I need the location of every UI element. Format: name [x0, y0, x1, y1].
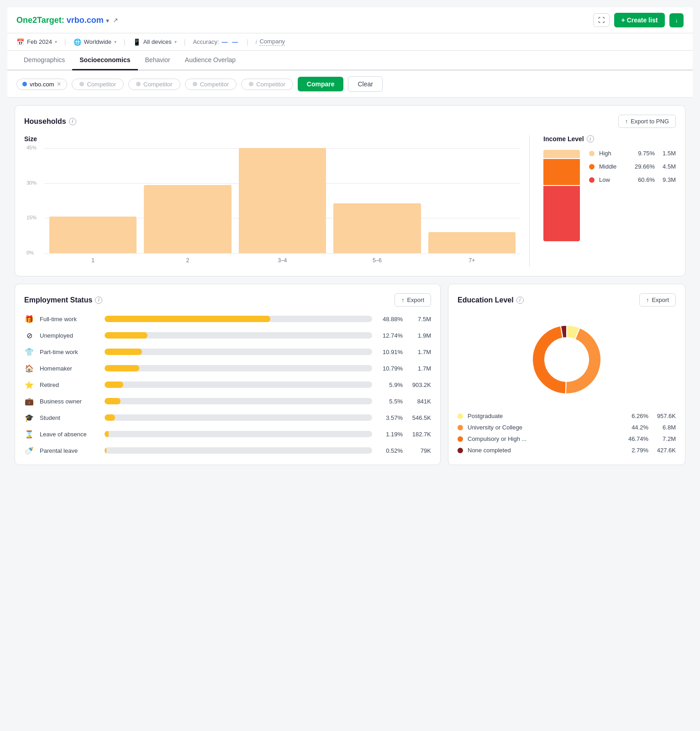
income-label-middle: Middle [599, 163, 630, 170]
emp-bar-fill-homemaker [105, 365, 139, 371]
main-competitor-tag[interactable]: vrbo.com ✕ [16, 79, 67, 90]
date-filter[interactable]: 📅 Feb 2024 ▾ [16, 38, 57, 46]
income-title: Income Level i [543, 135, 676, 143]
clear-button[interactable]: Clear [348, 76, 382, 92]
domain-link[interactable]: vrbo.com [67, 16, 104, 25]
income-legend: High 9.75% 1.5M Middle 29.66% 4.5M Low 6… [589, 150, 676, 183]
competitor-placeholder-4[interactable]: Competitor [241, 79, 293, 90]
date-chevron-icon: ▾ [55, 39, 57, 44]
emp-val-retired: 903.2K [408, 381, 431, 388]
emp-pct-business-owner: 5.5% [378, 398, 403, 405]
donut-svg [521, 314, 612, 405]
emp-val-leave-of-absence: 182.7K [408, 431, 431, 438]
edu-legend-label: None completed [468, 447, 627, 454]
emp-pct-retired: 5.9% [378, 381, 403, 388]
emp-icon-student: 🎓 [24, 413, 34, 423]
grid-line-0: 0% [45, 253, 520, 254]
emp-label-business-owner: Business owner [40, 398, 99, 405]
emp-bar-container-student [105, 414, 372, 421]
emp-bar-container-homemaker [105, 365, 372, 371]
households-title-text: Households [24, 117, 66, 126]
employment-info-icon[interactable]: i [95, 297, 102, 304]
stacked-seg-low [543, 186, 580, 241]
stacked-seg-middle [543, 159, 580, 186]
export-icon-edu: ↑ [646, 297, 649, 303]
emp-bar-container-full-time-work [105, 316, 372, 322]
income-legend-item-middle: Middle 29.66% 4.5M [589, 163, 676, 170]
emp-bar-fill-business-owner [105, 398, 121, 404]
competitor-placeholder-2[interactable]: Competitor [128, 79, 180, 90]
emp-icon-business-owner: 💼 [24, 396, 34, 406]
emp-pct-parental-leave: 0.52% [378, 447, 403, 454]
emp-label-homemaker: Homemaker [40, 365, 99, 372]
emp-bar-container-parental-leave [105, 447, 372, 454]
placeholder-dot-2-icon [136, 82, 141, 86]
edu-legend-label: Compulsory or High ... [468, 435, 624, 442]
income-title-text: Income Level [543, 135, 584, 143]
compare-button[interactable]: Compare [298, 77, 344, 91]
employment-export-label: Export [407, 297, 424, 303]
main-content: Households i ↑ Export to PNG Size [7, 98, 693, 472]
export-upload-icon: ↑ [625, 118, 628, 125]
expand-button[interactable]: ⛶ [593, 13, 610, 27]
emp-pct-homemaker: 10.79% [378, 365, 403, 372]
tab-socioeconomics[interactable]: Socioeconomics [72, 51, 137, 70]
export-icon-emp: ↑ [401, 297, 405, 303]
households-export-button[interactable]: ↑ Export to PNG [618, 115, 676, 128]
page-title: One2Target: vrbo.com ▾ [16, 16, 109, 25]
x-label-7+: 7+ [428, 257, 516, 264]
emp-bar-fill-parental-leave [105, 447, 106, 454]
tab-behavior[interactable]: Behavior [138, 51, 178, 70]
income-label-high: High [599, 150, 633, 157]
emp-bar-fill-unemployed [105, 332, 147, 339]
emp-val-homemaker: 1.7M [408, 365, 431, 372]
employment-list: 🎁 Full-time work 48.88% 7.5M ⊘ Unemploye… [24, 314, 431, 456]
x-label-2: 2 [144, 257, 231, 264]
emp-bar-container-business-owner [105, 398, 372, 404]
income-info-icon[interactable]: i [587, 135, 594, 143]
location-chevron-icon: ▾ [114, 39, 116, 44]
remove-competitor-icon[interactable]: ✕ [57, 81, 61, 87]
list-item: 🏠 Homemaker 10.79% 1.7M [24, 363, 431, 373]
education-export-button[interactable]: ↑ Export [639, 293, 676, 307]
external-link-icon[interactable]: ↗ [113, 16, 118, 24]
emp-pct-part-time-work: 10.91% [378, 349, 403, 355]
emp-bar-fill-leave-of-absence [105, 431, 109, 437]
employment-export-button[interactable]: ↑ Export [395, 293, 431, 307]
competitor-name: vrbo.com [30, 81, 54, 88]
device-filter-label: All devices [143, 38, 172, 45]
emp-label-retired: Retired [40, 381, 99, 388]
income-legend-item-low: Low 60.6% 9.3M [589, 176, 676, 183]
competitor-dot-icon [22, 82, 27, 86]
education-info-icon[interactable]: i [516, 297, 524, 304]
education-inner: Postgraduate 6.26% 957.6K University or … [458, 314, 676, 454]
info-small-icon: i [256, 39, 257, 45]
tab-audience-overlap[interactable]: Audience Overlap [178, 51, 243, 70]
emp-label-full-time-work: Full-time work [40, 316, 99, 323]
device-filter[interactable]: 📱 All devices ▾ [133, 38, 177, 46]
emp-bar-container-leave-of-absence [105, 431, 372, 437]
households-info-icon[interactable]: i [69, 118, 76, 125]
competitor-placeholder-1[interactable]: Competitor [72, 79, 124, 90]
x-label-3–4: 3–4 [239, 257, 326, 264]
emp-val-part-time-work: 1.7M [408, 349, 431, 355]
employment-card: Employment Status i ↑ Export 🎁 Full-time… [15, 284, 441, 465]
competitor-placeholder-3[interactable]: Competitor [185, 79, 237, 90]
emp-bar-container-part-time-work [105, 349, 372, 355]
download-button[interactable]: ↓ [669, 13, 684, 27]
tab-bar: Demographics Socioeconomics Behavior Aud… [7, 51, 693, 70]
header: One2Target: vrbo.com ▾ ↗ ⛶ + Create list… [7, 7, 693, 33]
income-stacked-bar [543, 150, 580, 241]
education-legend: Postgraduate 6.26% 957.6K University or … [458, 413, 676, 454]
edu-legend-pct: 6.26% [632, 413, 648, 419]
edu-legend-label: Postgraduate [468, 413, 627, 419]
edu-dot-icon [458, 413, 463, 419]
bar-1 [49, 217, 137, 254]
location-filter[interactable]: 🌐 Worldwide ▾ [74, 38, 116, 46]
dropdown-arrow-icon[interactable]: ▾ [106, 17, 109, 24]
tab-demographics[interactable]: Demographics [16, 51, 72, 70]
create-list-button[interactable]: + Create list [614, 13, 665, 27]
company-filter[interactable]: i Company [256, 38, 285, 46]
edu-legend-pct: 46.74% [628, 435, 648, 442]
emp-pct-full-time-work: 48.88% [378, 316, 403, 323]
